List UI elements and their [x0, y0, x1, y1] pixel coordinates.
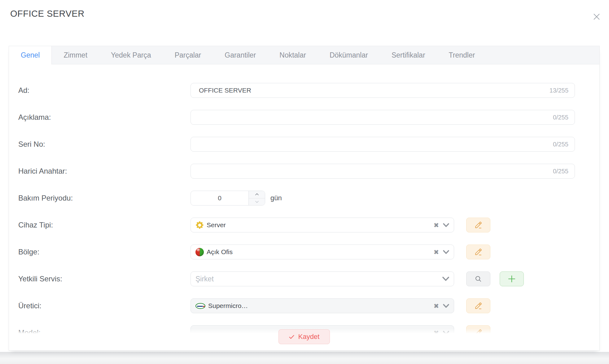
general-form: Ad: OFFICE SERVER 13/255 Açıklama: 0/255… — [9, 64, 599, 348]
field-row-ad: Ad: OFFICE SERVER 13/255 — [18, 83, 599, 98]
harici-anahtar-char-counter: 0/255 — [553, 168, 568, 175]
tab-garantiler[interactable]: Garantiler — [213, 46, 268, 64]
spinner-up-button[interactable] — [249, 191, 265, 198]
field-row-aciklama: Açıklama: 0/255 — [18, 110, 599, 125]
page-background-strip — [0, 352, 609, 364]
gear-icon — [195, 221, 204, 229]
pencil-icon — [474, 248, 482, 256]
field-label-cihaz-tipi: Cihaz Tipi: — [18, 221, 191, 229]
uretici-select[interactable]: Supermicro… ✖ — [191, 298, 454, 313]
yetkili-servis-select[interactable]: Şirket — [191, 271, 454, 286]
tab-noktalar[interactable]: Noktalar — [268, 46, 318, 64]
chevron-down-icon[interactable] — [442, 276, 449, 281]
pencil-icon — [474, 221, 482, 229]
add-button[interactable] — [500, 271, 524, 286]
chevron-down-icon[interactable] — [443, 223, 449, 228]
tab-zimmet[interactable]: Zimmet — [52, 46, 99, 64]
yetkili-servis-placeholder: Şirket — [195, 275, 442, 283]
chevron-down-icon[interactable] — [443, 250, 449, 254]
field-label-bakim-periyodu: Bakım Periyodu: — [18, 194, 191, 202]
bolge-select[interactable]: Açık Ofis ✖ — [191, 245, 454, 259]
search-button[interactable] — [466, 271, 490, 286]
field-label-bolge: Bölge: — [18, 248, 191, 256]
sphere-icon — [195, 248, 204, 256]
field-row-cihaz-tipi: Cihaz Tipi: Server ✖ — [18, 218, 599, 232]
field-label-uretici: Üretici: — [18, 301, 191, 310]
chevron-down-icon — [255, 201, 259, 203]
tab-yedek-parca[interactable]: Yedek Parça — [99, 46, 163, 64]
tab-bar: Genel Zimmet Yedek Parça Parçalar Garant… — [9, 46, 599, 64]
clear-icon[interactable]: ✖ — [433, 303, 439, 309]
aciklama-input[interactable]: 0/255 — [191, 110, 575, 125]
check-icon — [289, 335, 294, 339]
save-button[interactable]: Kaydet — [278, 329, 330, 344]
ad-input[interactable]: OFFICE SERVER 13/255 — [191, 83, 575, 98]
tab-sertifikalar[interactable]: Sertifikalar — [380, 46, 437, 64]
search-icon — [475, 275, 482, 283]
save-button-label: Kaydet — [298, 333, 320, 341]
tab-parcalar[interactable]: Parçalar — [163, 46, 213, 64]
chevron-up-icon — [255, 193, 259, 196]
bakim-periyodu-value: 0 — [191, 191, 248, 205]
field-label-yetkili-servis: Yetkili Servis: — [18, 275, 191, 283]
uretici-edit-button[interactable] — [466, 298, 490, 313]
unit-suffix: gün — [270, 194, 282, 202]
supermicro-logo — [195, 303, 205, 309]
plus-icon — [508, 275, 516, 283]
harici-anahtar-input[interactable]: 0/255 — [191, 164, 575, 179]
ad-char-counter: 13/255 — [550, 87, 568, 94]
cihaz-tipi-select[interactable]: Server ✖ — [191, 218, 454, 232]
field-row-seri-no: Seri No: 0/255 — [18, 137, 599, 152]
field-row-yetkili-servis: Yetkili Servis: Şirket — [18, 271, 599, 286]
tab-trendler[interactable]: Trendler — [437, 46, 487, 64]
field-row-bakim-periyodu: Bakım Periyodu: 0 gün — [18, 191, 599, 206]
seri-no-input[interactable]: 0/255 — [191, 137, 575, 152]
field-row-harici-anahtar: Harici Anahtar: 0/255 — [18, 164, 599, 179]
bolge-value: Açık Ofis — [207, 248, 433, 256]
field-row-bolge: Bölge: Açık Ofis ✖ — [18, 245, 599, 259]
aciklama-char-counter: 0/255 — [553, 114, 568, 121]
tab-genel[interactable]: Genel — [9, 46, 52, 64]
clear-icon[interactable]: ✖ — [433, 249, 439, 255]
field-row-uretici: Üretici: Supermicro… ✖ — [18, 298, 599, 313]
close-icon — [593, 13, 601, 21]
chevron-down-icon[interactable] — [443, 304, 449, 308]
field-label-ad: Ad: — [18, 86, 191, 95]
clear-icon[interactable]: ✖ — [433, 222, 439, 228]
form-footer: Kaydet — [9, 328, 599, 350]
field-label-seri-no: Seri No: — [18, 140, 191, 149]
field-label-aciklama: Açıklama: — [18, 113, 191, 122]
bolge-edit-button[interactable] — [466, 245, 490, 259]
ad-input-value: OFFICE SERVER — [199, 87, 251, 94]
device-detail-panel: Genel Zimmet Yedek Parça Parçalar Garant… — [9, 46, 600, 351]
page-title: OFFICE SERVER — [10, 9, 85, 19]
tab-dokumanlar[interactable]: Dökümanlar — [318, 46, 380, 64]
uretici-value: Supermicro… — [208, 302, 433, 310]
bakim-periyodu-input[interactable]: 0 — [191, 191, 265, 206]
seri-no-char-counter: 0/255 — [553, 141, 568, 148]
spinner-down-button[interactable] — [249, 198, 265, 206]
close-button[interactable] — [592, 12, 601, 21]
field-label-harici-anahtar: Harici Anahtar: — [18, 167, 191, 176]
number-spinner — [248, 191, 265, 205]
cihaz-tipi-edit-button[interactable] — [466, 218, 490, 232]
pencil-icon — [474, 302, 482, 310]
cihaz-tipi-value: Server — [207, 221, 433, 229]
